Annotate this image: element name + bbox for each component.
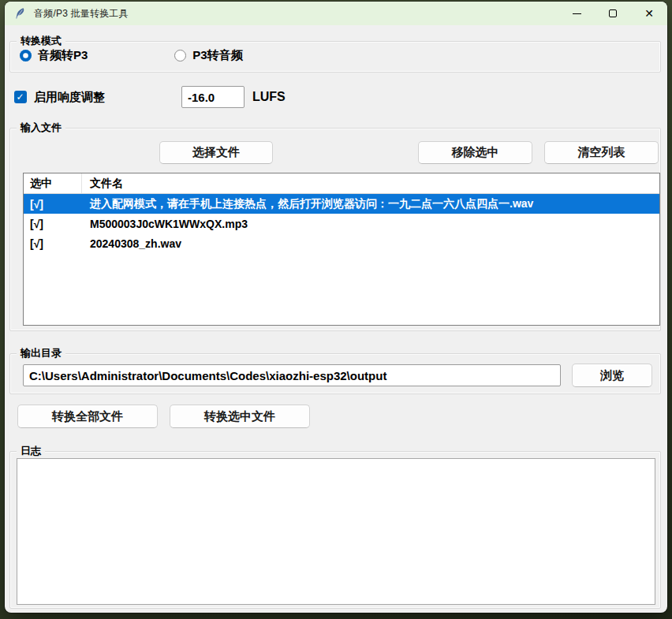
table-row[interactable]: [√] 20240308_zh.wav [24, 233, 659, 253]
file-list-table[interactable]: 选中 文件名 [√] 进入配网模式，请在手机上连接热点，然后打开浏览器访问：一九… [23, 173, 660, 326]
input-files-group: 输入文件 选择文件 移除选中 清空列表 选中 文件名 [√] 进入配网模式，请在… [9, 128, 661, 331]
log-label: 日志 [17, 444, 45, 458]
loudness-checkbox-label: 启用响度调整 [34, 90, 105, 105]
browse-button[interactable]: 浏览 [572, 364, 652, 387]
row-checked-mark: [√] [24, 218, 82, 230]
log-textarea[interactable] [17, 458, 655, 605]
window-title: 音频/P3 批量转换工具 [34, 7, 129, 21]
minimize-button[interactable] [558, 2, 595, 25]
maximize-button[interactable] [595, 2, 631, 25]
convert-selected-button[interactable]: 转换选中文件 [170, 405, 310, 428]
table-row[interactable]: [√] 进入配网模式，请在手机上连接热点，然后打开浏览器访问：一九二点一六八点四… [24, 194, 659, 214]
row-checked-mark: [√] [24, 237, 82, 250]
close-icon: ✕ [644, 8, 654, 19]
title-bar[interactable]: 音频/P3 批量转换工具 ✕ [5, 2, 667, 25]
table-row[interactable]: [√] M500003J0cWK1WWxQX.mp3 [24, 214, 659, 233]
column-header-filename[interactable]: 文件名 [82, 173, 659, 193]
log-group: 日志 [9, 451, 661, 609]
row-filename: M500003J0cWK1WWxQX.mp3 [82, 218, 659, 230]
convert-all-button[interactable]: 转换全部文件 [17, 405, 158, 428]
python-feather-icon [14, 7, 27, 20]
lufs-unit-label: LUFS [252, 90, 286, 104]
clear-list-button[interactable]: 清空列表 [544, 141, 659, 164]
conversion-mode-group: 转换模式 音频转P3 P3转音频 [9, 41, 661, 73]
radio-selected-icon [20, 50, 32, 62]
remove-selected-button[interactable]: 移除选中 [418, 141, 532, 164]
app-window: 音频/P3 批量转换工具 ✕ 转换模式 音频转P3 P3转音频 启用响度调整 L… [5, 2, 667, 613]
output-dir-label: 输出目录 [17, 346, 65, 360]
select-files-button[interactable]: 选择文件 [159, 141, 273, 164]
row-filename: 进入配网模式，请在手机上连接热点，然后打开浏览器访问：一九二点一六八点四点一.w… [82, 197, 659, 211]
conversion-mode-label: 转换模式 [17, 34, 65, 48]
radio-p3-to-audio[interactable]: P3转音频 [174, 48, 242, 63]
close-button[interactable]: ✕ [631, 2, 667, 25]
output-dir-input[interactable] [23, 364, 561, 386]
radio-audio-to-p3[interactable]: 音频转P3 [20, 48, 88, 63]
output-dir-group: 输出目录 浏览 [9, 353, 661, 394]
row-checked-mark: [√] [24, 198, 82, 211]
radio-unselected-icon [174, 50, 186, 62]
file-table-header: 选中 文件名 [24, 173, 659, 194]
minimize-icon [573, 13, 581, 14]
maximize-icon [609, 9, 617, 17]
column-header-checked[interactable]: 选中 [24, 173, 82, 193]
row-filename: 20240308_zh.wav [82, 237, 659, 250]
lufs-value-input[interactable] [181, 86, 245, 108]
input-files-label: 输入文件 [17, 121, 65, 135]
loudness-checkbox[interactable] [14, 91, 27, 103]
loudness-row: 启用响度调整 LUFS [14, 85, 645, 109]
